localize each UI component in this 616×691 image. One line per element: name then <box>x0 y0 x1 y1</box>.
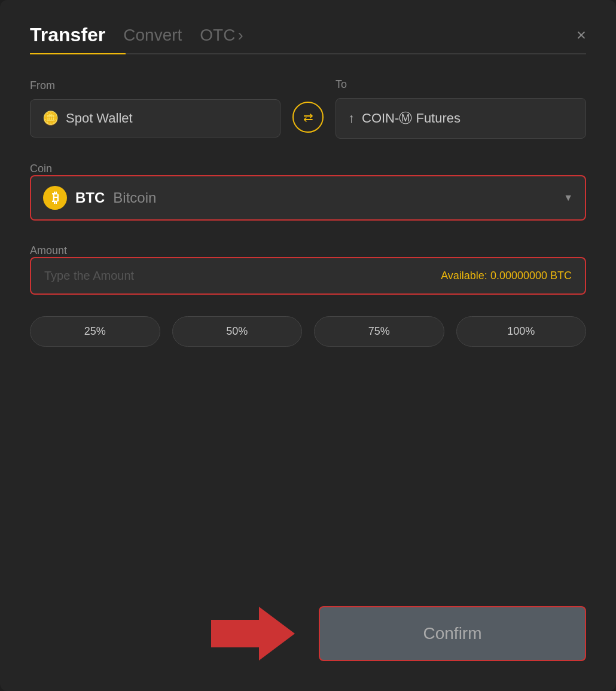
pct-75-button[interactable]: 75% <box>314 316 444 347</box>
from-label: From <box>30 80 280 92</box>
bottom-section: Confirm <box>30 594 586 661</box>
swap-icon: ⇄ <box>303 110 313 124</box>
pct-100-button[interactable]: 100% <box>456 316 587 347</box>
coin-fullname: Bitcoin <box>113 189 156 206</box>
tab-underline-active <box>30 53 126 54</box>
to-label: To <box>336 78 586 91</box>
close-button[interactable]: × <box>577 26 586 52</box>
amount-box[interactable]: Type the Amount Available: 0.00000000 BT… <box>30 257 586 295</box>
from-group: From 🪙 Spot Wallet <box>30 80 280 137</box>
card-icon: 🪙 <box>42 111 59 126</box>
coin-label: Coin <box>30 163 52 175</box>
available-value: 0.00000000 BTC <box>490 270 572 282</box>
coin-select-dropdown[interactable]: ₿ BTC Bitcoin ▼ <box>30 175 586 221</box>
pct-50-button[interactable]: 50% <box>172 316 303 347</box>
tab-otc[interactable]: OTC › <box>200 26 243 52</box>
coin-section: Coin ₿ BTC Bitcoin ▼ <box>30 163 586 221</box>
btc-icon: ₿ <box>43 186 67 210</box>
svg-marker-0 <box>211 607 295 661</box>
header-tabs: Transfer Convert OTC › × <box>30 24 586 53</box>
transfer-modal: Transfer Convert OTC › × From 🪙 Spot Wal… <box>0 0 616 691</box>
coin-symbol: BTC <box>75 189 105 206</box>
from-wallet-box[interactable]: 🪙 Spot Wallet <box>30 99 280 137</box>
tab-convert[interactable]: Convert <box>123 26 182 52</box>
from-wallet-name: Spot Wallet <box>66 111 133 126</box>
to-wallet-box[interactable]: ↑ COIN-Ⓜ Futures <box>336 98 586 139</box>
pct-buttons: 25% 50% 75% 100% <box>30 316 586 347</box>
tab-transfer[interactable]: Transfer <box>30 24 105 53</box>
amount-placeholder: Type the Amount <box>44 269 134 283</box>
arrow-pointer-icon <box>211 607 295 661</box>
chevron-down-icon: ▼ <box>563 192 573 203</box>
from-to-section: From 🪙 Spot Wallet ⇄ To ↑ COIN-Ⓜ Futures <box>30 78 586 139</box>
to-group: To ↑ COIN-Ⓜ Futures <box>336 78 586 139</box>
to-wallet-name: COIN-Ⓜ Futures <box>362 109 461 127</box>
swap-btn-container: ⇄ <box>280 82 336 135</box>
tab-underline <box>30 53 586 54</box>
swap-button[interactable]: ⇄ <box>292 102 324 133</box>
amount-label: Amount <box>30 244 67 256</box>
pct-25-button[interactable]: 25% <box>30 316 160 347</box>
futures-icon: ↑ <box>348 111 355 126</box>
amount-section: Amount Type the Amount Available: 0.0000… <box>30 244 586 295</box>
amount-available: Available: 0.00000000 BTC <box>441 270 572 282</box>
confirm-button[interactable]: Confirm <box>319 606 586 661</box>
